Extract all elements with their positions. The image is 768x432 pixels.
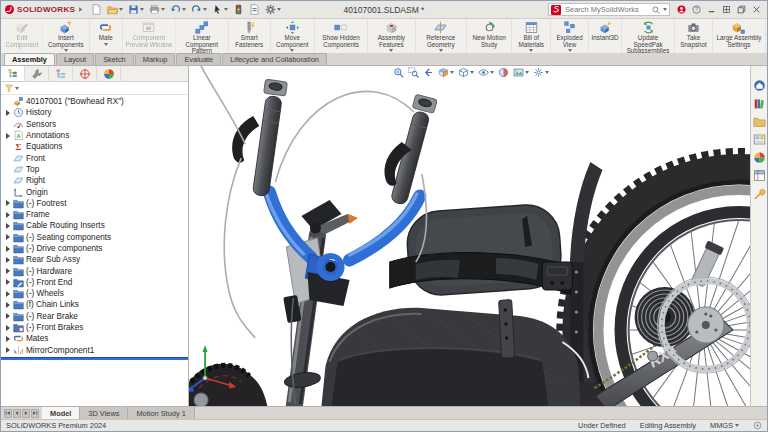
tree-item[interactable]: (-) Hardware bbox=[1, 265, 188, 276]
filter-caret[interactable] bbox=[15, 87, 19, 90]
panel-tab[interactable] bbox=[49, 66, 73, 81]
quick-access-button[interactable] bbox=[210, 3, 230, 17]
hud-button[interactable] bbox=[408, 67, 419, 78]
hud-button[interactable] bbox=[533, 67, 549, 78]
task-pane-tab[interactable] bbox=[752, 186, 766, 200]
quick-access-button[interactable] bbox=[126, 3, 146, 17]
titlebar-button[interactable] bbox=[674, 3, 689, 17]
model-left-brake-lever[interactable] bbox=[232, 116, 259, 163]
expand-arrow-icon[interactable] bbox=[4, 234, 11, 240]
search-input[interactable] bbox=[563, 4, 649, 15]
expand-arrow-icon[interactable] bbox=[4, 257, 11, 263]
search-box[interactable] bbox=[548, 3, 670, 16]
ribbon-button[interactable]: Assembly Features bbox=[368, 19, 416, 53]
tree-item[interactable]: Top bbox=[1, 164, 188, 175]
document-tab[interactable]: Motion Study 1 bbox=[128, 407, 194, 419]
ribbon-button[interactable]: Move Component bbox=[271, 19, 315, 53]
tree-item[interactable]: Front bbox=[1, 152, 188, 163]
tab-scroll-button[interactable] bbox=[31, 409, 39, 418]
model-torso-pad[interactable] bbox=[390, 203, 573, 297]
tree-item[interactable]: Cable Routing Inserts bbox=[1, 220, 188, 231]
panel-tab[interactable] bbox=[73, 66, 97, 81]
menu-arrow-icon[interactable] bbox=[77, 6, 84, 13]
model-left-grip[interactable] bbox=[249, 79, 287, 197]
panel-tab[interactable] bbox=[25, 66, 49, 81]
task-pane-tab[interactable] bbox=[752, 78, 766, 92]
task-pane-tab[interactable] bbox=[752, 96, 766, 110]
panel-tab[interactable] bbox=[1, 66, 25, 81]
tree-item[interactable]: (-) Rear Brake bbox=[1, 311, 188, 322]
commandmanager-tab[interactable]: Sketch bbox=[95, 53, 134, 65]
ribbon-button[interactable]: Linear Component Pattern bbox=[176, 19, 229, 53]
quick-access-button[interactable] bbox=[263, 3, 283, 17]
ribbon-button[interactable]: Large Assembly Settings bbox=[713, 19, 766, 53]
tree-item[interactable]: Mates bbox=[1, 333, 188, 344]
tree-item[interactable]: MirrorComponent1 bbox=[1, 345, 188, 356]
task-pane-tab[interactable] bbox=[752, 114, 766, 128]
ribbon-button[interactable]: New Motion Study bbox=[467, 19, 512, 53]
expand-arrow-icon[interactable] bbox=[4, 279, 11, 285]
tree-item[interactable]: (-) Seating components bbox=[1, 232, 188, 243]
model-backrest-post[interactable] bbox=[499, 300, 515, 359]
tree-item[interactable]: (-) Drive components bbox=[1, 243, 188, 254]
tree-item[interactable]: History bbox=[1, 107, 188, 118]
quick-access-button[interactable] bbox=[105, 3, 125, 17]
filter-icon[interactable] bbox=[4, 83, 14, 93]
quick-access-button[interactable] bbox=[247, 3, 262, 17]
expand-arrow-icon[interactable] bbox=[4, 325, 11, 331]
titlebar-button[interactable]: ? bbox=[689, 3, 704, 17]
commandmanager-tab[interactable]: Evaluate bbox=[176, 53, 221, 65]
model-canvas[interactable]: RX4 bbox=[189, 66, 750, 406]
expand-arrow-icon[interactable] bbox=[4, 212, 11, 218]
tree-item[interactable]: (-) Front End bbox=[1, 277, 188, 288]
tab-scroll-button[interactable] bbox=[13, 409, 21, 418]
expand-arrow-icon[interactable] bbox=[4, 268, 11, 274]
hud-button[interactable] bbox=[478, 67, 494, 78]
tree-item[interactable]: 40107001 ("Bowhead RX") bbox=[1, 96, 188, 107]
expand-arrow-icon[interactable] bbox=[4, 223, 11, 229]
ribbon-button[interactable]: Edit Component bbox=[2, 19, 43, 53]
quick-access-button[interactable] bbox=[231, 3, 246, 17]
tree-item[interactable]: (-) Wheels bbox=[1, 288, 188, 299]
titlebar-button[interactable] bbox=[719, 3, 734, 17]
ribbon-button[interactable]: Update SpeedPak Subassemblies bbox=[622, 19, 675, 53]
ribbon-button[interactable]: Mate bbox=[90, 19, 123, 53]
tab-scroll-button[interactable] bbox=[22, 409, 30, 418]
ribbon-button[interactable]: Instant3D bbox=[589, 19, 622, 53]
quick-access-button[interactable] bbox=[89, 3, 104, 17]
ribbon-button[interactable]: Show Hidden Components bbox=[315, 19, 368, 53]
expand-arrow-icon[interactable] bbox=[4, 133, 11, 139]
task-pane-tab[interactable] bbox=[752, 168, 766, 182]
ribbon-button[interactable]: Bill of Materials bbox=[512, 19, 551, 53]
document-tab[interactable]: 3D Views bbox=[80, 407, 128, 419]
units-selector[interactable]: MMGS bbox=[710, 421, 739, 430]
search-icon[interactable] bbox=[651, 5, 661, 15]
expand-arrow-icon[interactable] bbox=[4, 302, 11, 308]
hud-button[interactable] bbox=[513, 67, 529, 78]
ribbon-button[interactable]: Smart Fasteners bbox=[229, 19, 271, 53]
app-menu[interactable]: SOLIDWORKS bbox=[4, 4, 87, 15]
expand-arrow-icon[interactable] bbox=[4, 347, 11, 353]
tree-item[interactable]: Rear Sub Assy bbox=[1, 254, 188, 265]
rollback-bar[interactable] bbox=[1, 357, 188, 360]
ribbon-button[interactable]: Reference Geometry bbox=[416, 19, 467, 53]
titlebar-button[interactable] bbox=[734, 3, 749, 17]
expand-arrow-icon[interactable] bbox=[4, 110, 11, 116]
task-pane-tab[interactable] bbox=[752, 150, 766, 164]
expand-arrow-icon[interactable] bbox=[4, 246, 11, 252]
titlebar-button[interactable] bbox=[704, 3, 719, 17]
hud-button[interactable] bbox=[423, 67, 434, 78]
quick-access-button[interactable] bbox=[189, 3, 209, 17]
commandmanager-tab[interactable]: Markup bbox=[135, 53, 176, 65]
search-options-caret[interactable] bbox=[663, 8, 667, 11]
expand-arrow-icon[interactable] bbox=[4, 313, 11, 319]
hud-button[interactable] bbox=[393, 67, 404, 78]
commandmanager-tab[interactable]: Layout bbox=[56, 53, 94, 65]
task-pane-tab[interactable] bbox=[752, 132, 766, 146]
tree-item[interactable]: (-) Front Brakes bbox=[1, 322, 188, 333]
commandmanager-tab[interactable]: Assembly bbox=[4, 53, 55, 65]
expand-arrow-icon[interactable] bbox=[4, 291, 11, 297]
model-seat-shell[interactable] bbox=[321, 308, 580, 406]
ribbon-button[interactable]: Exploded View bbox=[551, 19, 589, 53]
tree-item[interactable]: (-) Footrest bbox=[1, 198, 188, 209]
